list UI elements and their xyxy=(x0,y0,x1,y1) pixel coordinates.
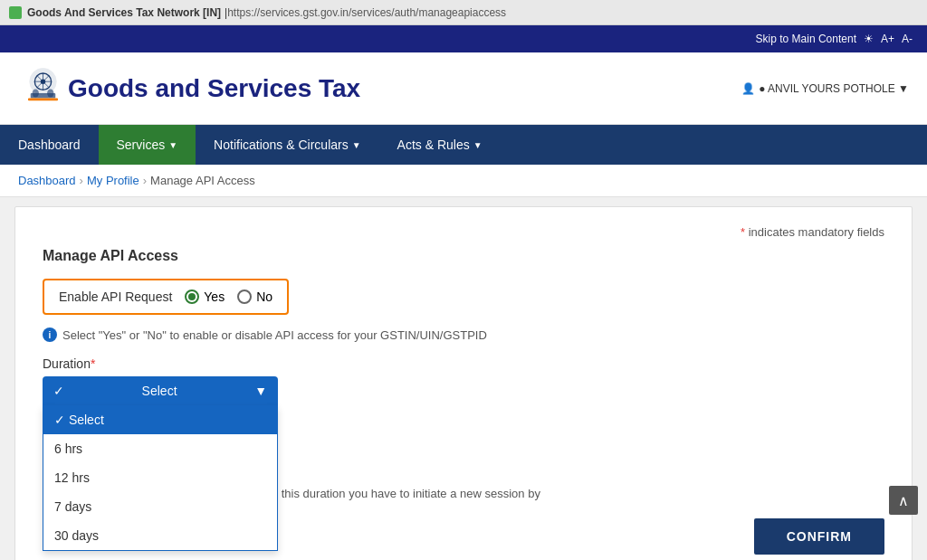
nav-label-notifications: Notifications & Circulars xyxy=(214,138,349,152)
user-label: ● ANVIL YOURS POTHOLE ▼ xyxy=(759,82,909,95)
dropdown-option-6hrs-label: 6 hrs xyxy=(54,441,82,456)
utility-bar: Skip to Main Content ☀ A+ A- xyxy=(0,25,927,52)
duration-dropdown-list: ✓ Select 6 hrs 12 hrs 7 days 30 days xyxy=(43,405,278,551)
nav-item-dashboard[interactable]: Dashboard xyxy=(0,125,99,165)
dropdown-option-6hrs[interactable]: 6 hrs xyxy=(43,434,277,463)
emblem-logo xyxy=(18,63,68,113)
dropdown-option-select-label: ✓ Select xyxy=(54,413,104,427)
svg-rect-10 xyxy=(28,99,58,101)
nav-label-services: Services xyxy=(117,138,166,152)
header-title: Goods and Services Tax xyxy=(68,74,741,103)
font-decrease[interactable]: A- xyxy=(902,33,913,45)
info-icon: i xyxy=(43,327,57,342)
accessibility-icon[interactable]: ☀ xyxy=(864,33,874,45)
mandatory-text: indicates mandatory fields xyxy=(749,225,884,239)
nav-label-dashboard: Dashboard xyxy=(18,138,81,152)
dropdown-option-12hrs-label: 12 hrs xyxy=(54,470,90,485)
duration-dropdown-selected[interactable]: ✓ Select ▼ xyxy=(43,376,278,405)
user-icon: 👤 xyxy=(741,82,755,95)
dropdown-option-7days-label: 7 days xyxy=(54,499,91,514)
scroll-to-top-button[interactable]: ∧ xyxy=(889,486,918,515)
dropdown-checkmark: ✓ xyxy=(53,384,64,398)
dropdown-option-30days-label: 30 days xyxy=(54,528,99,543)
header-user[interactable]: 👤 ● ANVIL YOURS POTHOLE ▼ xyxy=(741,82,909,95)
radio-group: Yes No xyxy=(185,289,272,304)
duration-asterisk: * xyxy=(91,356,95,371)
acts-dropdown-arrow: ▼ xyxy=(473,140,483,150)
nav-item-acts[interactable]: Acts & Rules ▼ xyxy=(379,125,501,165)
header: Goods and Services Tax 👤 ● ANVIL YOURS P… xyxy=(0,52,927,125)
duration-label: Duration* xyxy=(43,356,884,371)
browser-url: https://services.gst.gov.in/services/aut… xyxy=(227,6,506,19)
favicon xyxy=(9,6,22,19)
info-text: Select "Yes" or "No" to enable or disabl… xyxy=(62,328,487,342)
asterisk-indicator: * xyxy=(741,225,745,239)
nav-bar: Dashboard Services ▼ Notifications & Cir… xyxy=(0,125,927,165)
info-note: i Select "Yes" or "No" to enable or disa… xyxy=(43,327,884,342)
radio-yes-circle xyxy=(185,289,199,304)
dropdown-option-12hrs[interactable]: 12 hrs xyxy=(43,463,277,492)
browser-bar: Goods And Services Tax Network [IN] | ht… xyxy=(0,0,927,25)
nav-label-acts: Acts & Rules xyxy=(397,138,470,152)
confirm-button[interactable]: CONFIRM xyxy=(754,518,884,555)
svg-point-8 xyxy=(33,89,39,97)
duration-dropdown-container: ✓ Select ▼ ✓ Select 6 hrs 12 hrs 7 days … xyxy=(43,376,278,405)
main-content: * indicates mandatory fields Manage API … xyxy=(14,206,913,560)
mandatory-note: * indicates mandatory fields xyxy=(43,225,884,239)
font-increase[interactable]: A+ xyxy=(881,33,894,45)
nav-item-services[interactable]: Services ▼ xyxy=(99,125,196,165)
breadcrumb-sep-1: › xyxy=(80,174,83,187)
radio-yes[interactable]: Yes xyxy=(185,289,225,304)
breadcrumb-sep-2: › xyxy=(143,174,147,187)
breadcrumb-profile[interactable]: My Profile xyxy=(87,174,139,187)
breadcrumb: Dashboard › My Profile › Manage API Acce… xyxy=(0,165,927,197)
radio-no-label: No xyxy=(256,289,272,304)
dropdown-option-7days[interactable]: 7 days xyxy=(43,492,277,521)
dropdown-option-30days[interactable]: 30 days xyxy=(43,521,277,550)
radio-no[interactable]: No xyxy=(237,289,272,304)
nav-item-notifications[interactable]: Notifications & Circulars ▼ xyxy=(196,125,379,165)
page-title: Manage API Access xyxy=(43,248,884,264)
notifications-dropdown-arrow: ▼ xyxy=(352,140,361,150)
services-dropdown-arrow: ▼ xyxy=(168,140,177,150)
enable-api-box: Enable API Request Yes No xyxy=(43,279,289,315)
dropdown-arrow: ▼ xyxy=(254,384,267,398)
skip-link[interactable]: Skip to Main Content xyxy=(756,33,856,45)
dropdown-selected-text: Select xyxy=(142,384,177,398)
site-name: Goods And Services Tax Network [IN] xyxy=(27,6,221,19)
breadcrumb-current: Manage API Access xyxy=(150,174,255,187)
breadcrumb-dashboard[interactable]: Dashboard xyxy=(18,174,76,187)
scroll-top-icon: ∧ xyxy=(898,492,909,509)
radio-yes-label: Yes xyxy=(204,289,225,304)
svg-point-9 xyxy=(47,89,53,97)
duration-label-text: Duration xyxy=(43,356,91,371)
dropdown-option-select[interactable]: ✓ Select xyxy=(43,405,277,434)
enable-api-label: Enable API Request xyxy=(59,289,172,304)
radio-no-circle xyxy=(237,289,252,304)
